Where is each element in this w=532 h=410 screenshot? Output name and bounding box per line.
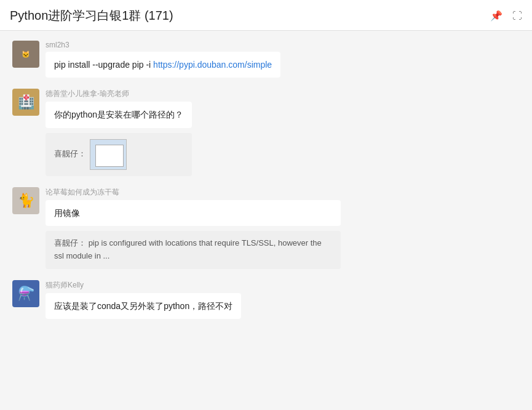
message-content: sml2h3 pip install --upgrade pip -i http… xyxy=(46,41,280,78)
sender-name: 猫药师Kelly xyxy=(46,280,241,291)
quote-inline: 喜靓仔： xyxy=(54,139,183,170)
message-content: 论草莓如何成为冻干莓 用镜像 喜靓仔： pip is configured wi… xyxy=(46,187,341,269)
avatar: 🐱 xyxy=(12,41,39,68)
message-content: 猫药师Kelly 应该是装了conda又另外装了python，路径不对 xyxy=(46,280,241,319)
avatar: 🐈 xyxy=(12,187,39,214)
header-icons: 📌 ⛶ xyxy=(490,10,522,22)
sender-name: 德善堂小儿推拿-瑜亮老师 xyxy=(46,89,192,99)
sender-name: 论草莓如何成为冻干莓 xyxy=(46,187,341,198)
title-bar: Python进阶学习白银1群 (171) 📌 ⛶ xyxy=(0,0,532,31)
bubble-text-before-link: pip install --upgrade pip -i xyxy=(54,60,153,70)
message-block: 🐈 论草莓如何成为冻干莓 用镜像 喜靓仔： pip is configured … xyxy=(12,187,520,269)
quote-sender: 喜靓仔： xyxy=(54,148,86,161)
message-bubble: 应该是装了conda又另外装了python，路径不对 xyxy=(46,293,241,319)
expand-icon[interactable]: ⛶ xyxy=(512,10,522,22)
message-block: 🐱 sml2h3 pip install --upgrade pip -i ht… xyxy=(12,41,520,78)
quoted-message: 喜靓仔： pip is configured with locations th… xyxy=(46,231,341,269)
avatar-emoji: ⚗️ xyxy=(18,286,34,302)
quote-sender: 喜靓仔： xyxy=(54,238,86,247)
avatar-emoji: 🐱 xyxy=(22,50,30,58)
bubble-text: 你的python是安装在哪个路径的？ xyxy=(54,110,183,119)
message-content: 德善堂小儿推拿-瑜亮老师 你的python是安装在哪个路径的？ 喜靓仔： xyxy=(46,89,192,175)
pin-icon[interactable]: 📌 xyxy=(490,10,502,22)
sender-name: sml2h3 xyxy=(46,41,280,49)
message-bubble: 用镜像 xyxy=(46,200,341,226)
chat-area: 🐱 sml2h3 pip install --upgrade pip -i ht… xyxy=(0,31,532,329)
message-bubble: pip install --upgrade pip -i https://pyp… xyxy=(46,52,280,78)
avatar: 🏥 xyxy=(12,89,39,116)
bubble-link[interactable]: https://pypi.douban.com/simple xyxy=(153,60,272,70)
quote-thumbnail xyxy=(90,139,127,170)
message-bubble: 你的python是安装在哪个路径的？ xyxy=(46,102,192,127)
avatar: ⚗️ xyxy=(12,280,39,307)
avatar-emoji: 🏥 xyxy=(18,94,34,110)
avatar-emoji: 🐈 xyxy=(18,193,34,209)
message-block: 🏥 德善堂小儿推拿-瑜亮老师 你的python是安装在哪个路径的？ 喜靓仔： xyxy=(12,89,520,175)
quote-text: pip is configured with locations that re… xyxy=(54,238,322,260)
bubble-text: 应该是装了conda又另外装了python，路径不对 xyxy=(54,301,232,311)
bubble-text: 用镜像 xyxy=(54,208,80,218)
message-block: ⚗️ 猫药师Kelly 应该是装了conda又另外装了python，路径不对 xyxy=(12,280,520,319)
quoted-message: 喜靓仔： xyxy=(46,133,192,176)
chat-title: Python进阶学习白银1群 (171) xyxy=(10,7,173,24)
